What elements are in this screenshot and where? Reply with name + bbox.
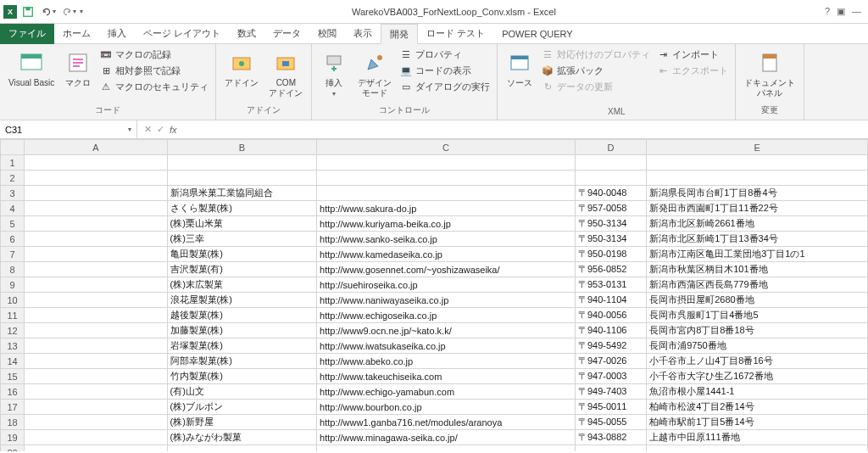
worksheet-grid[interactable]: ABCDE123新潟県米菓工業協同組合〒940-0048新潟県長岡市台町1丁目8… (0, 139, 868, 451)
cell[interactable]: 〒945-0011 (575, 400, 646, 415)
cell[interactable]: http://suehiroseika.co.jp (317, 277, 576, 293)
visual-basic-button[interactable]: Visual Basic (5, 48, 58, 90)
row-header-19[interactable]: 19 (1, 430, 25, 445)
cell[interactable]: 新潟市江南区亀田工業団地3丁目1の1 (647, 247, 868, 262)
cell[interactable]: http://www.iwatsukaseika.co.jp (317, 338, 576, 354)
cell[interactable] (25, 415, 167, 430)
cell[interactable]: http://www.gosennet.com/~yoshizawaseika/ (317, 262, 576, 277)
cell[interactable]: (株)新野屋 (167, 415, 317, 430)
cell[interactable] (25, 445, 167, 452)
cell[interactable]: 柏崎市駅前1丁目5番14号 (647, 415, 868, 430)
cell[interactable]: http://www.minagawa-seika.co.jp/ (317, 430, 576, 445)
import-button[interactable]: ⇥インポート (655, 48, 730, 62)
cell[interactable]: 〒940-0048 (575, 186, 646, 201)
row-header-6[interactable]: 6 (1, 232, 25, 247)
cell[interactable]: 〒940-0056 (575, 308, 646, 323)
tab-review[interactable]: 校閲 (309, 24, 345, 44)
select-all-corner[interactable] (1, 140, 25, 155)
cell[interactable] (25, 354, 167, 369)
cell[interactable]: 新潟市秋葉区柄目木101番地 (647, 262, 868, 277)
record-macro-button[interactable]: 📼マクロの記録 (98, 48, 210, 62)
row-header-10[interactable]: 10 (1, 293, 25, 308)
row-header-16[interactable]: 16 (1, 384, 25, 400)
cell[interactable]: 〒950-3134 (575, 216, 646, 232)
expansion-pack-button[interactable]: 📦拡張パック (540, 64, 652, 78)
properties-button[interactable]: ☰プロパティ (398, 48, 492, 62)
cell[interactable]: 〒940-1106 (575, 323, 646, 338)
cell[interactable]: http://www1.ganba716.net/modules/aranoya (317, 415, 576, 430)
run-dialog-button[interactable]: ▭ダイアログの実行 (398, 80, 492, 94)
row-header-3[interactable]: 3 (1, 186, 25, 201)
cell[interactable] (317, 445, 576, 452)
insert-control-button[interactable]: 挿入▾ (317, 48, 351, 99)
row-header-5[interactable]: 5 (1, 216, 25, 232)
name-box[interactable]: ▾ (0, 120, 137, 138)
design-mode-button[interactable]: デザイン モード (354, 48, 395, 100)
map-properties-button[interactable]: ☰対応付けのプロパティ (540, 48, 652, 62)
cell[interactable]: 新潟市西蒲区西長島779番地 (647, 277, 868, 293)
cell[interactable]: 新潟県米菓工業協同組合 (167, 186, 317, 201)
tab-loadtest[interactable]: ロード テスト (418, 24, 493, 44)
cell[interactable]: 柏崎市松波4丁目2番14号 (647, 400, 868, 415)
enter-icon[interactable]: ✓ (157, 124, 164, 135)
tab-developer[interactable]: 開発 (381, 24, 418, 44)
cell[interactable] (317, 155, 576, 171)
cell[interactable]: http://www.echigoseika.co.jp (317, 308, 576, 323)
cell[interactable]: http://www.sanko-seika.co.jp (317, 232, 576, 247)
cell[interactable]: http://www.echigo-yamabun.com (317, 384, 576, 400)
row-header-18[interactable]: 18 (1, 415, 25, 430)
cell[interactable]: 新潟市北区新崎2661番地 (647, 216, 868, 232)
export-button[interactable]: ⇤エクスポート (655, 64, 730, 78)
cell[interactable] (575, 171, 646, 186)
tab-data[interactable]: データ (264, 24, 309, 44)
cell[interactable]: http://www.bourbon.co.jp (317, 400, 576, 415)
cell[interactable]: 魚沼市根小屋1441-1 (647, 384, 868, 400)
cell[interactable]: 岩塚製菓(株) (167, 338, 317, 354)
cell[interactable]: http://www9.ocn.ne.jp/~kato.k.k/ (317, 323, 576, 338)
undo-button[interactable]: ▾ (39, 3, 58, 21)
refresh-data-button[interactable]: ↻データの更新 (540, 80, 652, 94)
cell[interactable]: http://www.sakura-do.jp (317, 201, 576, 216)
cell[interactable] (25, 171, 167, 186)
cell[interactable]: (株)三幸 (167, 232, 317, 247)
row-header-13[interactable]: 13 (1, 338, 25, 354)
column-header-C[interactable]: C (317, 140, 576, 155)
cell[interactable]: さくら製菓(株) (167, 201, 317, 216)
cell[interactable]: 新潟県長岡市台町1丁目8番4号 (647, 186, 868, 201)
cell[interactable]: 〒940-1104 (575, 293, 646, 308)
cell[interactable]: 浪花屋製菓(株) (167, 293, 317, 308)
name-box-input[interactable] (5, 125, 90, 135)
help-button[interactable]: ? (825, 6, 830, 17)
cell[interactable]: 上越市中田原111番地 (647, 430, 868, 445)
cell[interactable]: http://www.takeuchiseika.com (317, 369, 576, 384)
cell[interactable] (575, 445, 646, 452)
cell[interactable]: 長岡市呉服町1丁目4番地5 (647, 308, 868, 323)
fx-icon[interactable]: fx (170, 125, 177, 135)
cell[interactable] (317, 171, 576, 186)
cell[interactable]: (株)みながわ製菓 (167, 430, 317, 445)
row-header-11[interactable]: 11 (1, 308, 25, 323)
cell[interactable]: 〒950-3134 (575, 232, 646, 247)
row-header-14[interactable]: 14 (1, 354, 25, 369)
cell[interactable] (25, 277, 167, 293)
redo-button[interactable]: ▾ (59, 3, 78, 21)
row-header-1[interactable]: 1 (1, 155, 25, 171)
cell[interactable] (25, 430, 167, 445)
cell[interactable] (25, 323, 167, 338)
cell[interactable] (25, 155, 167, 171)
cancel-icon[interactable]: ✕ (144, 124, 152, 135)
cell[interactable]: 吉沢製菓(有) (167, 262, 317, 277)
row-header-7[interactable]: 7 (1, 247, 25, 262)
cell[interactable] (647, 445, 868, 452)
column-header-B[interactable]: B (167, 140, 317, 155)
cell[interactable] (647, 155, 868, 171)
cell[interactable] (167, 155, 317, 171)
row-header-12[interactable]: 12 (1, 323, 25, 338)
cell[interactable]: 新潟市北区新崎1丁目13番34号 (647, 232, 868, 247)
cell[interactable]: (株)栗山米菓 (167, 216, 317, 232)
cell[interactable]: 阿部幸製菓(株) (167, 354, 317, 369)
tab-file[interactable]: ファイル (0, 24, 54, 44)
row-header-15[interactable]: 15 (1, 369, 25, 384)
cell[interactable]: 長岡市宮内8丁目8番18号 (647, 323, 868, 338)
minimize-button[interactable]: — (852, 6, 861, 17)
